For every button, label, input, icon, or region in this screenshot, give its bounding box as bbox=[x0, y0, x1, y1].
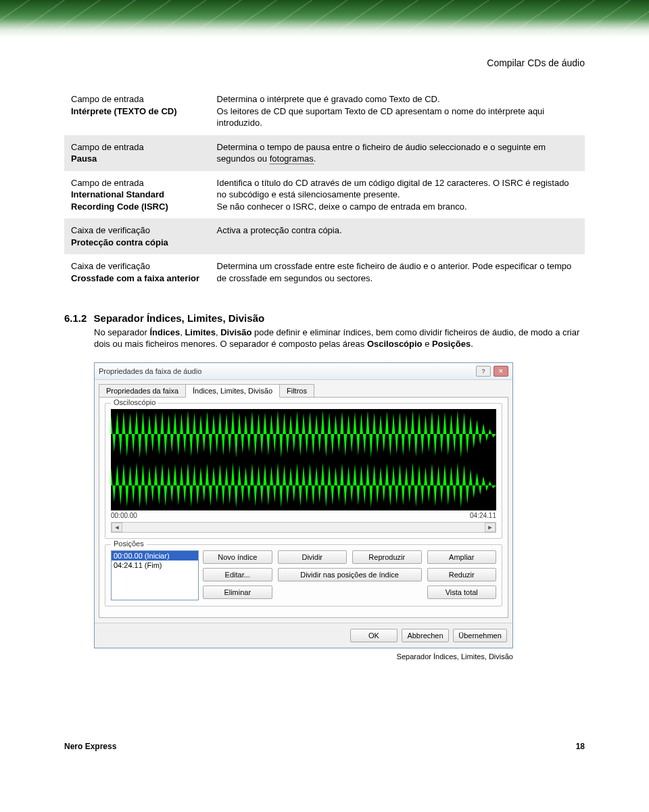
field-name: Protecção contra cópia bbox=[71, 237, 203, 249]
dividir-posicoes-button[interactable]: Dividir nas posições de índice bbox=[278, 568, 422, 581]
table-row: Caixa de verificação Crossfade com a fai… bbox=[64, 254, 585, 290]
info-table: Campo de entrada Intérprete (TEXTO de CD… bbox=[64, 87, 585, 291]
field-desc-line: Activa a protecção contra cópia. bbox=[217, 224, 578, 237]
field-desc-line: Identifica o título do CD através de um … bbox=[217, 177, 578, 201]
new-index-button[interactable]: Novo índice bbox=[203, 550, 272, 564]
dividir-button[interactable]: Dividir bbox=[278, 550, 347, 564]
vista-total-button[interactable]: Vista total bbox=[427, 586, 497, 599]
apply-button[interactable]: Übernehmen bbox=[453, 629, 507, 642]
table-row: Caixa de verificação Protecção contra có… bbox=[64, 218, 585, 254]
field-desc-line: Determina um crossfade entre este fichei… bbox=[217, 260, 578, 284]
waveform-scrollbar[interactable]: ◄ ► bbox=[111, 522, 496, 533]
table-row: Campo de entrada International Standard … bbox=[64, 171, 585, 219]
section-title: Separador Índices, Limites, Divisão bbox=[94, 312, 265, 324]
section-body: No separador Índices, Limites, Divisão p… bbox=[94, 327, 585, 350]
close-button[interactable]: ✕ bbox=[494, 366, 508, 377]
field-type: Campo de entrada bbox=[71, 177, 203, 189]
field-type: Caixa de verificação bbox=[71, 260, 203, 272]
dialog-tabs: Propriedades da faixa Índices, Limites, … bbox=[95, 380, 512, 398]
help-button[interactable]: ? bbox=[476, 366, 491, 377]
dialog-title: Propriedades da faixa de áudio bbox=[99, 367, 201, 375]
section-bold: Índices bbox=[149, 327, 180, 337]
tab-filtros[interactable]: Filtros bbox=[279, 384, 314, 398]
list-item[interactable]: 04:24.11 (Fim) bbox=[112, 560, 198, 570]
time-end: 04:24.11 bbox=[470, 512, 496, 519]
field-name: Pausa bbox=[71, 153, 203, 165]
list-item[interactable]: 00:00.00 (Iniciar) bbox=[112, 551, 198, 560]
waveform-time-ruler: 00:00.00 04:24.11 bbox=[111, 512, 496, 519]
tab-propriedades[interactable]: Propriedades da faixa bbox=[99, 384, 186, 398]
page-footer: Nero Express 18 bbox=[0, 742, 649, 751]
field-type: Campo de entrada bbox=[71, 141, 203, 153]
dialog-screenshot: Propriedades da faixa de áudio ? ✕ Propr… bbox=[94, 362, 513, 648]
scroll-right-icon[interactable]: ► bbox=[485, 523, 496, 532]
table-row: Campo de entrada Pausa Determina o tempo… bbox=[64, 135, 585, 171]
page-number: 18 bbox=[576, 742, 585, 751]
ampliar-button[interactable]: Ampliar bbox=[427, 550, 497, 564]
field-desc-line: Determina o tempo de pausa entre o fiche… bbox=[217, 142, 546, 164]
waveform-display[interactable] bbox=[111, 409, 496, 510]
field-desc-line: Os leitores de CD que suportam Texto de … bbox=[217, 105, 578, 129]
section-number: 6.1.2 bbox=[64, 312, 87, 324]
section-text: . bbox=[471, 339, 473, 349]
reproduzir-button[interactable]: Reproduzir bbox=[352, 550, 422, 564]
chapter-title: Compilar CDs de áudio bbox=[64, 57, 585, 68]
section-text: No separador bbox=[94, 327, 149, 337]
field-desc-line: Determina o intérprete que é gravado com… bbox=[217, 93, 578, 105]
eliminar-button[interactable]: Eliminar bbox=[203, 586, 272, 599]
field-type: Campo de entrada bbox=[71, 93, 203, 105]
group-legend: Osciloscópio bbox=[111, 398, 158, 406]
group-positions: Posições 00:00.00 (Iniciar) 04:24.11 (Fi… bbox=[105, 544, 502, 606]
figure-caption: Separador Índices, Limites, Divisão bbox=[94, 652, 513, 661]
field-name: International Standard Recording Code (I… bbox=[71, 189, 203, 212]
section-bold: Limites bbox=[185, 327, 216, 337]
field-name: Crossfade com a faixa anterior bbox=[71, 272, 203, 285]
field-desc-line: Se não conhecer o ISRC, deixe o campo de… bbox=[217, 201, 578, 213]
editar-button[interactable]: Editar... bbox=[203, 568, 272, 581]
product-name: Nero Express bbox=[64, 742, 116, 751]
time-start: 00:00.00 bbox=[111, 512, 137, 519]
field-desc-tail: . bbox=[314, 153, 316, 164]
header-decoration bbox=[0, 0, 649, 37]
group-legend: Posições bbox=[111, 540, 147, 548]
section-heading: 6.1.2 Separador Índices, Limites, Divisã… bbox=[64, 312, 585, 324]
positions-listbox[interactable]: 00:00.00 (Iniciar) 04:24.11 (Fim) bbox=[111, 550, 199, 600]
field-name: Intérprete (TEXTO de CD) bbox=[71, 105, 203, 118]
dialog-titlebar: Propriedades da faixa de áudio ? ✕ bbox=[95, 363, 512, 380]
scroll-left-icon[interactable]: ◄ bbox=[112, 523, 122, 532]
section-text: e bbox=[423, 339, 432, 349]
section-bold: Divisão bbox=[220, 327, 251, 337]
field-type: Caixa de verificação bbox=[71, 224, 203, 237]
group-osciloscope: Osciloscópio bbox=[105, 403, 502, 539]
tab-indices[interactable]: Índices, Limites, Divisão bbox=[185, 384, 280, 398]
dialog-footer: OK Abbrechen Übernehmen bbox=[95, 623, 512, 648]
table-row: Campo de entrada Intérprete (TEXTO de CD… bbox=[64, 87, 585, 135]
ok-button[interactable]: OK bbox=[350, 629, 398, 642]
cancel-button[interactable]: Abbrechen bbox=[402, 629, 449, 642]
section-bold: Osciloscópio bbox=[367, 339, 423, 349]
section-bold: Posições bbox=[432, 339, 471, 349]
glossary-link[interactable]: fotogramas bbox=[270, 153, 314, 164]
reduzir-button[interactable]: Reduzir bbox=[427, 568, 497, 581]
